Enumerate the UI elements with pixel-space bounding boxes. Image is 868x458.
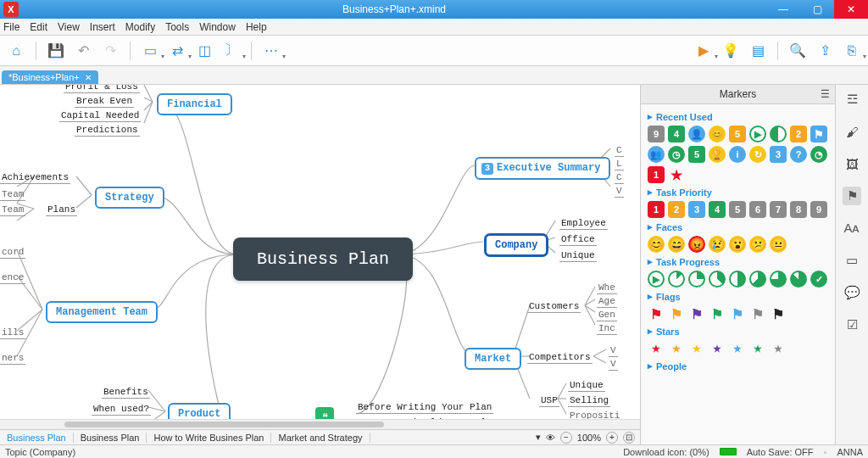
save-icon[interactable]: 💾	[47, 42, 65, 60]
prog-2-icon[interactable]	[688, 271, 705, 288]
face-cry-icon[interactable]: 😢	[709, 236, 726, 253]
leaf-when-used[interactable]: When used?	[92, 403, 151, 416]
redo-icon[interactable]: ↷	[101, 42, 120, 60]
star-purple-icon[interactable]: ★	[709, 340, 726, 357]
home-icon[interactable]: ⌂	[7, 42, 25, 60]
leaf-benefits[interactable]: Benefits	[102, 386, 150, 399]
branch-mgmt[interactable]: Management Team	[46, 301, 158, 323]
gantt-icon[interactable]: ▤	[748, 42, 767, 60]
star-green-icon[interactable]: ★	[749, 340, 766, 357]
mk-refresh-icon[interactable]: ↻	[749, 146, 766, 163]
scrollbar-thumb[interactable]	[64, 422, 385, 427]
share-icon[interactable]: ⇪	[815, 42, 834, 60]
topic-icon[interactable]: ▭	[141, 42, 159, 60]
mk-2[interactable]: 2	[790, 126, 807, 142]
leaf-exec-1[interactable]: L	[615, 158, 624, 170]
quote-icon[interactable]: ❝	[315, 407, 334, 419]
flag-gray-icon[interactable]: ⚑	[749, 305, 766, 322]
priority-1[interactable]: 1	[648, 201, 665, 218]
eye-icon[interactable]: 👁	[546, 433, 555, 443]
leaf-break-even[interactable]: Break Even	[75, 95, 134, 108]
star-blue-icon[interactable]: ★	[729, 340, 746, 357]
flag-red-icon[interactable]: ⚑	[648, 305, 665, 322]
note-0[interactable]: Before Writing Your Plan	[356, 401, 493, 414]
menu-insert[interactable]: Insert	[90, 21, 115, 33]
leaf-competitors[interactable]: Competitors	[527, 351, 593, 364]
star-yellow-icon[interactable]: ★	[688, 340, 705, 357]
mk-trophy-icon[interactable]: 🏆	[709, 146, 726, 163]
priority-2[interactable]: 2	[668, 201, 685, 218]
filter-icon[interactable]: ▾	[536, 432, 541, 443]
flag-black-icon[interactable]: ⚑	[770, 305, 787, 322]
priority-9[interactable]: 9	[810, 201, 827, 218]
mk-group-icon[interactable]: 👥	[648, 146, 665, 163]
leaf-exec-2[interactable]: C	[615, 171, 624, 184]
mk-4[interactable]: 4	[668, 126, 685, 142]
menu-edit[interactable]: Edit	[30, 21, 47, 33]
leaf-plans[interactable]: Plans	[46, 204, 77, 216]
leaf-office[interactable]: Office	[559, 233, 597, 246]
prog-3-icon[interactable]	[709, 271, 726, 288]
mk-flag-blue-icon[interactable]: ⚑	[810, 126, 827, 142]
priority-4[interactable]: 4	[709, 201, 726, 218]
mk-play-icon[interactable]: ▶	[749, 126, 766, 142]
section-flags[interactable]: ▸ Flags	[648, 291, 828, 302]
mk-info-icon[interactable]: i	[729, 146, 746, 163]
mk-5[interactable]: 5	[729, 126, 746, 142]
mk-half-icon[interactable]	[770, 126, 787, 142]
panel-menu-icon[interactable]: ☰	[821, 88, 830, 100]
sheet-tab-0[interactable]: Business Plan	[0, 433, 74, 443]
mk-star-red-icon[interactable]: ★	[668, 166, 685, 183]
section-progress[interactable]: ▸ Task Progress	[648, 256, 828, 267]
leaf-usp-2[interactable]: Propositi	[568, 410, 621, 419]
mk-question-icon[interactable]: ?	[790, 146, 807, 163]
prog-1-icon[interactable]	[668, 271, 685, 288]
task-icon[interactable]: ☑	[843, 316, 861, 334]
tab-close-icon[interactable]: ✕	[85, 73, 92, 82]
prog-5-icon[interactable]	[749, 271, 766, 288]
branch-strategy[interactable]: Strategy	[95, 187, 164, 209]
mk-3[interactable]: 3	[770, 146, 787, 163]
face-surprise-icon[interactable]: 😮	[729, 236, 746, 253]
leaf-exec-3[interactable]: V	[615, 185, 624, 198]
face-confused-icon[interactable]: 😕	[749, 236, 766, 253]
leaf-capital[interactable]: Capital Needed	[59, 109, 141, 122]
presentation-icon[interactable]: ▶	[694, 42, 713, 60]
leaf-customers[interactable]: Customers	[527, 300, 581, 313]
star-red-icon[interactable]: ★	[648, 340, 665, 357]
prog-done-icon[interactable]: ✓	[810, 271, 827, 288]
menu-tools[interactable]: Tools	[165, 21, 189, 33]
mk-person-icon[interactable]: 👤	[688, 126, 705, 142]
mk-5b[interactable]: 5	[688, 146, 705, 163]
leaf-cust-1[interactable]: Age	[597, 295, 617, 308]
fit-button[interactable]: ⊡	[623, 432, 635, 444]
menu-help[interactable]: Help	[246, 21, 267, 33]
mk-pie-icon[interactable]: ◔	[810, 146, 827, 163]
leaf-cust-0[interactable]: Whe	[597, 282, 617, 294]
prog-0-icon[interactable]: ▶	[648, 271, 665, 288]
flag-orange-icon[interactable]: ⚑	[668, 305, 685, 322]
boundary-icon[interactable]: ◫	[195, 42, 214, 60]
minimize-button[interactable]: —	[766, 0, 800, 19]
section-recent[interactable]: ▸ Recent Used	[648, 111, 828, 122]
face-smile-icon[interactable]: 😊	[648, 236, 665, 253]
search-icon[interactable]: 🔍	[788, 42, 807, 60]
face-laugh-icon[interactable]: 😄	[668, 236, 685, 253]
relationship-icon[interactable]: ⇄	[168, 42, 186, 60]
close-button[interactable]: ✕	[834, 0, 868, 19]
text-icon[interactable]: Aᴀ	[843, 219, 861, 237]
sheet-tab-2[interactable]: How to Write Busines Plan	[147, 433, 271, 443]
leaf-usp-1[interactable]: Selling	[568, 394, 610, 407]
leaf-exec-0[interactable]: C	[615, 144, 624, 157]
idea-icon[interactable]: 💡	[721, 42, 740, 60]
export-icon[interactable]: ⎘	[843, 42, 861, 60]
leaf-cust-2[interactable]: Gen	[597, 309, 617, 321]
leaf-comp-1[interactable]: V	[609, 358, 618, 371]
leaf-unique[interactable]: Unique	[559, 249, 597, 262]
flag-green-icon[interactable]: ⚑	[709, 305, 726, 322]
mindmap-canvas[interactable]: Business Plan Financial Profit & Loss Br…	[0, 85, 640, 419]
branch-product[interactable]: Product	[168, 403, 231, 419]
mk-smile-icon[interactable]: 😊	[709, 126, 726, 142]
leaf-achievements[interactable]: Achievements	[0, 171, 70, 184]
prog-7-icon[interactable]	[790, 271, 807, 288]
